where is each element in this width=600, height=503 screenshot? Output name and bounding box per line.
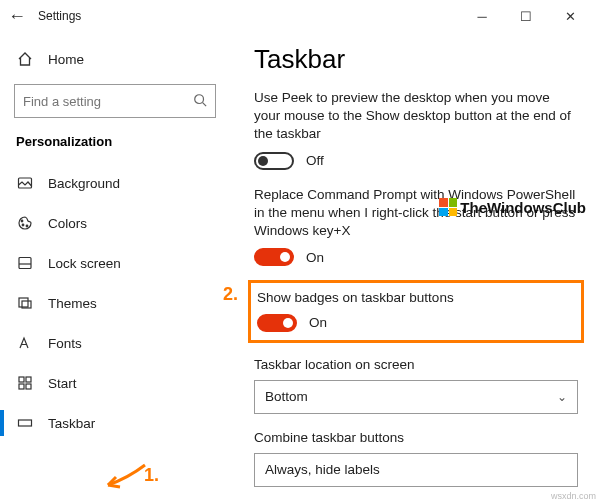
annotation-arrow-1 xyxy=(100,460,150,492)
maximize-button[interactable]: ☐ xyxy=(504,0,548,32)
sidebar-item-start[interactable]: Start xyxy=(0,363,230,403)
sidebar-item-label: Lock screen xyxy=(48,256,121,271)
fonts-icon xyxy=(16,335,34,351)
search-input[interactable] xyxy=(23,94,193,109)
start-icon xyxy=(16,375,34,391)
sidebar: Home Personalization Background Colors L… xyxy=(0,32,230,503)
svg-rect-8 xyxy=(19,377,24,382)
taskbar-icon xyxy=(16,415,34,431)
svg-rect-10 xyxy=(19,384,24,389)
sidebar-item-label: Fonts xyxy=(48,336,82,351)
watermark: TheWindowsClub xyxy=(439,198,586,216)
window-title: Settings xyxy=(32,9,81,23)
svg-point-2 xyxy=(21,220,23,222)
badges-toggle[interactable] xyxy=(257,314,297,332)
sidebar-item-colors[interactable]: Colors xyxy=(0,203,230,243)
cmd-toggle[interactable] xyxy=(254,248,294,266)
svg-rect-12 xyxy=(19,420,32,426)
sidebar-item-themes[interactable]: Themes xyxy=(0,283,230,323)
themes-icon xyxy=(16,295,34,311)
lockscreen-icon xyxy=(16,255,34,271)
windows-logo-icon xyxy=(439,198,457,216)
search-icon xyxy=(193,93,207,110)
sidebar-item-taskbar[interactable]: Taskbar xyxy=(0,403,230,443)
svg-rect-5 xyxy=(19,258,31,269)
peek-toggle-state: Off xyxy=(306,153,324,168)
search-box[interactable] xyxy=(14,84,216,118)
peek-toggle[interactable] xyxy=(254,152,294,170)
location-select[interactable]: Bottom ⌄ xyxy=(254,380,578,414)
watermark-text: TheWindowsClub xyxy=(460,199,586,216)
sidebar-category: Personalization xyxy=(0,128,230,163)
sidebar-item-background[interactable]: Background xyxy=(0,163,230,203)
location-value: Bottom xyxy=(265,389,308,404)
content-pane: Taskbar Use Peek to preview the desktop … xyxy=(230,32,600,503)
titlebar: ← Settings ─ ☐ ✕ xyxy=(0,0,600,32)
svg-rect-11 xyxy=(26,384,31,389)
combine-label: Combine taskbar buttons xyxy=(254,430,578,445)
annotation-2: 2. xyxy=(223,284,238,305)
svg-rect-6 xyxy=(19,298,28,307)
svg-point-4 xyxy=(26,225,28,227)
sidebar-home-label: Home xyxy=(48,52,84,67)
cmd-toggle-state: On xyxy=(306,250,324,265)
minimize-button[interactable]: ─ xyxy=(460,0,504,32)
svg-point-3 xyxy=(22,224,24,226)
page-title: Taskbar xyxy=(254,44,578,75)
picture-icon xyxy=(16,175,34,191)
combine-value: Always, hide labels xyxy=(265,462,380,477)
close-button[interactable]: ✕ xyxy=(548,0,592,32)
combine-select[interactable]: Always, hide labels xyxy=(254,453,578,487)
sidebar-item-label: Themes xyxy=(48,296,97,311)
svg-point-0 xyxy=(195,94,204,103)
peek-description: Use Peek to preview the desktop when you… xyxy=(254,89,578,144)
sidebar-item-label: Colors xyxy=(48,216,87,231)
sidebar-item-label: Start xyxy=(48,376,77,391)
badges-highlight: Show badges on taskbar buttons On xyxy=(248,280,584,342)
sidebar-home[interactable]: Home xyxy=(0,40,230,78)
sidebar-item-fonts[interactable]: Fonts xyxy=(0,323,230,363)
svg-rect-9 xyxy=(26,377,31,382)
badges-toggle-state: On xyxy=(309,315,327,330)
back-icon[interactable]: ← xyxy=(8,6,32,27)
sidebar-item-label: Taskbar xyxy=(48,416,95,431)
attribution: wsxdn.com xyxy=(551,491,596,501)
sidebar-item-lockscreen[interactable]: Lock screen xyxy=(0,243,230,283)
chevron-down-icon: ⌄ xyxy=(557,390,567,404)
location-label: Taskbar location on screen xyxy=(254,357,578,372)
palette-icon xyxy=(16,215,34,231)
badges-description: Show badges on taskbar buttons xyxy=(257,289,575,307)
sidebar-item-label: Background xyxy=(48,176,120,191)
home-icon xyxy=(16,51,34,67)
